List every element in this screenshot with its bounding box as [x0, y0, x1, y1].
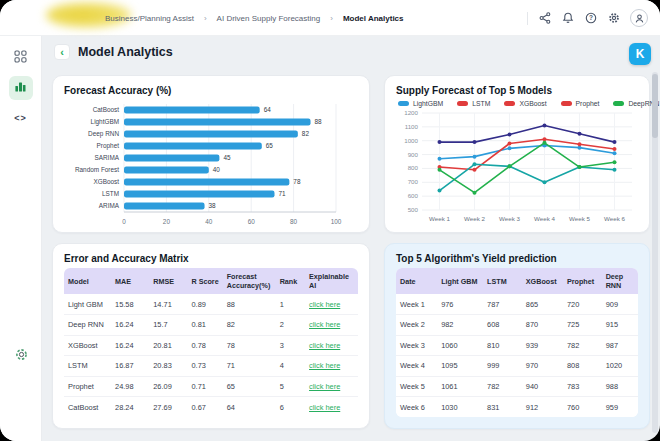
table-cell: 28.24: [111, 397, 149, 418]
error-matrix-table: ModelMAERMSER ScoreForecast Accuracy(%)R…: [64, 268, 358, 417]
table-cell: 760: [563, 397, 602, 418]
table-cell: LSTM: [64, 356, 111, 377]
table-cell: 720: [563, 294, 602, 315]
table-row: Week 410959999708081020: [396, 356, 638, 377]
bar-chart: 020406080100CatBoost64LightGBM88Deep RNN…: [64, 100, 358, 228]
table-cell: click here: [305, 356, 358, 377]
table-cell: 976: [437, 294, 483, 315]
navbar-actions: ?: [527, 0, 648, 36]
support-life-ring-icon[interactable]: [9, 342, 33, 366]
svg-text:80: 80: [290, 218, 298, 225]
table-cell: 24.98: [111, 376, 149, 397]
table-row: Week 2982608870725915: [396, 315, 638, 336]
table-cell: 0.81: [187, 315, 222, 336]
svg-text:82: 82: [302, 130, 310, 137]
table-row: CatBoost28.2427.690.67646click here: [64, 397, 358, 418]
table-cell: 0.67: [187, 397, 222, 418]
gear-icon[interactable]: [607, 12, 620, 25]
explainable-ai-link[interactable]: click here: [309, 382, 340, 391]
legend-item[interactable]: XGBoost: [504, 100, 546, 107]
svg-text:SARIMA: SARIMA: [94, 154, 119, 161]
svg-text:500: 500: [408, 206, 419, 213]
table-cell: 0.89: [187, 294, 222, 315]
table-cell: 2: [276, 315, 305, 336]
legend-label: XGBoost: [519, 100, 546, 107]
explainable-ai-link[interactable]: click here: [309, 300, 340, 309]
help-icon[interactable]: ?: [584, 12, 597, 25]
legend-item[interactable]: LSTM: [457, 100, 490, 107]
sidebar-item-apps[interactable]: [9, 46, 33, 70]
assistant-logo-button[interactable]: K: [629, 43, 651, 65]
table-cell: 782: [483, 376, 522, 397]
svg-text:Week 3: Week 3: [499, 215, 520, 222]
explainable-ai-link[interactable]: click here: [309, 320, 340, 329]
legend-item[interactable]: LightGBM: [398, 100, 443, 107]
table-header-row: DateLight GBMLSTMXGBoostProphetDeep RNN: [396, 268, 638, 294]
svg-text:0: 0: [122, 218, 126, 225]
table-cell: CatBoost: [64, 397, 111, 418]
svg-text:700: 700: [408, 178, 419, 185]
legend-label: Prophet: [576, 100, 600, 107]
table-cell: 6: [276, 397, 305, 418]
svg-text:?: ?: [589, 14, 593, 21]
user-avatar[interactable]: [630, 9, 648, 27]
bell-icon[interactable]: [561, 12, 574, 25]
table-cell: 787: [483, 294, 522, 315]
back-button[interactable]: ‹: [54, 44, 70, 60]
chart-legend: LightGBMLSTMXGBoostProphetDeepRNN: [398, 100, 638, 107]
table-cell: 999: [483, 356, 522, 377]
breadcrumb-item[interactable]: Business/Planning Assist: [105, 14, 194, 23]
svg-text:Prophet: Prophet: [97, 142, 120, 150]
breadcrumb-separator-icon: ›: [330, 14, 333, 23]
column-header: LSTM: [483, 268, 522, 294]
table-row: Light GBM15.5814.710.89881click here: [64, 294, 358, 315]
table-cell: 1030: [437, 397, 483, 418]
table-cell: Week 3: [396, 335, 437, 356]
scrollbar-thumb[interactable]: [652, 74, 658, 138]
breadcrumb: Business/Planning Assist › AI Driven Sup…: [105, 0, 404, 36]
svg-text:71: 71: [279, 190, 287, 197]
table-cell: 16.87: [111, 356, 149, 377]
table-row: XGBoost16.2420.810.78783click here: [64, 335, 358, 356]
table-cell: click here: [305, 335, 358, 356]
table-cell: 82: [223, 315, 276, 336]
table-cell: 4: [276, 356, 305, 377]
table-cell: 1060: [437, 335, 483, 356]
column-header: Date: [396, 268, 437, 294]
sidebar-item-analytics[interactable]: [9, 76, 33, 100]
column-header: Deep RNN: [602, 268, 638, 294]
sidebar-item-developer[interactable]: <>: [9, 106, 33, 130]
table-cell: click here: [305, 315, 358, 336]
explainable-ai-link[interactable]: click here: [309, 403, 340, 412]
svg-text:Random Forest: Random Forest: [75, 166, 119, 173]
legend-item[interactable]: Prophet: [561, 100, 600, 107]
card-title: Forecast Accuracy (%): [64, 85, 358, 96]
table-cell: 16.24: [111, 335, 149, 356]
explainable-ai-link[interactable]: click here: [309, 361, 340, 370]
svg-text:Week 1: Week 1: [429, 215, 450, 222]
table-cell: 5: [276, 376, 305, 397]
table-cell: Week 2: [396, 315, 437, 336]
forecast-accuracy-card: Forecast Accuracy (%) 020406080100CatBoo…: [52, 75, 370, 233]
table-cell: 865: [522, 294, 563, 315]
grid-icon: [14, 49, 27, 67]
scrollbar-track[interactable]: [652, 72, 658, 433]
svg-text:800: 800: [408, 164, 419, 171]
legend-label: LSTM: [472, 100, 490, 107]
svg-text:Week 5: Week 5: [569, 215, 590, 222]
table-container: DateLight GBMLSTMXGBoostProphetDeep RNNW…: [396, 268, 638, 417]
share-icon[interactable]: [538, 12, 551, 25]
column-header: Explainable AI: [305, 268, 358, 294]
breadcrumb-item[interactable]: AI Driven Supply Forecasting: [217, 14, 321, 23]
explainable-ai-link[interactable]: click here: [309, 341, 340, 350]
code-icon: <>: [14, 113, 27, 123]
table-cell: 970: [522, 356, 563, 377]
table-row: Week 31060810939782987: [396, 335, 638, 356]
svg-text:1000: 1000: [404, 137, 418, 144]
table-cell: 831: [483, 397, 522, 418]
table-cell: 988: [602, 376, 638, 397]
column-header: Light GBM: [437, 268, 483, 294]
svg-text:40: 40: [205, 218, 213, 225]
table-row: Deep RNN16.2415.70.81822click here: [64, 315, 358, 336]
table-cell: 782: [563, 335, 602, 356]
